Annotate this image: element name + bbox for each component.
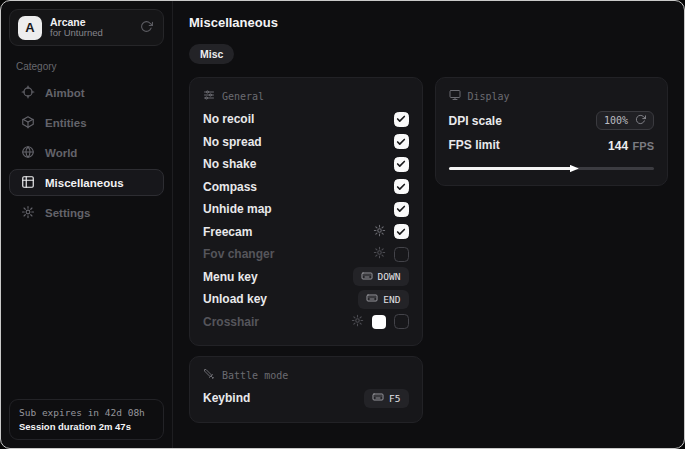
category-label: Category (16, 61, 157, 72)
setting-row-unload-key: Unload key END (203, 288, 409, 311)
panel-display-header: Display (449, 89, 655, 103)
setting-label: Keybind (203, 391, 250, 405)
fps-limit-value: 144 (608, 139, 628, 153)
gear-icon (351, 314, 364, 330)
no-spread-checkbox[interactable] (394, 134, 409, 149)
fps-limit-slider[interactable] (449, 164, 655, 173)
sidebar-item-entities[interactable]: Entities (9, 109, 164, 136)
setting-row-compass: Compass (203, 176, 409, 199)
sub-expiry-text: Sub expires in 42d 08h (19, 407, 154, 418)
keyboard-icon (372, 391, 384, 405)
setting-row-unhide-map: Unhide map (203, 198, 409, 221)
panel-general: General No recoil No spread No shake (189, 77, 423, 346)
monitor-icon (449, 89, 461, 103)
dpi-scale-control[interactable]: 100% (596, 111, 654, 130)
left-column: General No recoil No spread No shake (189, 77, 423, 423)
sidebar: A Arcane for Unturned Category Aimbot (1, 1, 173, 448)
setting-label: Fov changer (203, 247, 274, 261)
content-columns: General No recoil No spread No shake (189, 77, 668, 423)
unload-key-keybind-button[interactable]: END (358, 290, 408, 309)
setting-row-battle-keybind: Keybind F5 (203, 387, 409, 410)
crosshair-checkbox[interactable] (394, 314, 409, 329)
fps-limit-unit: FPS (633, 140, 654, 152)
panel-title: General (222, 91, 264, 102)
refresh-icon (140, 20, 153, 36)
page-title: Miscellaneous (189, 15, 668, 30)
freecam-config-button[interactable] (373, 224, 386, 240)
refresh-button[interactable] (138, 18, 155, 38)
setting-label: No recoil (203, 112, 254, 126)
app-card: A Arcane for Unturned (9, 9, 164, 46)
fov-changer-checkbox[interactable] (394, 247, 409, 262)
setting-row-crosshair: Crosshair (203, 311, 409, 334)
setting-row-fov-changer: Fov changer (203, 243, 409, 266)
panel-battle-mode-header: Battle mode (203, 368, 409, 382)
setting-label: No shake (203, 157, 256, 171)
setting-row-no-shake: No shake (203, 153, 409, 176)
session-duration-text: Session duration 2m 47s (19, 421, 154, 432)
keyboard-icon (361, 270, 373, 284)
setting-label: Unload key (203, 292, 267, 306)
no-recoil-checkbox[interactable] (394, 112, 409, 127)
menu-key-keybind-button[interactable]: DOWN (353, 267, 409, 286)
app-subtitle: for Unturned (50, 28, 130, 39)
main-content: Miscellaneous Misc General No recoil (173, 1, 684, 448)
keybind-value: END (383, 294, 400, 305)
app-window: A Arcane for Unturned Category Aimbot (0, 0, 685, 449)
reset-icon (635, 114, 646, 127)
sidebar-item-label: Settings (45, 207, 90, 219)
panel-title: Display (468, 91, 510, 102)
globe-icon (21, 145, 35, 161)
panel-title: Battle mode (222, 370, 288, 381)
setting-label: Compass (203, 180, 257, 194)
setting-row-menu-key: Menu key DOWN (203, 266, 409, 289)
sidebar-item-label: World (45, 147, 77, 159)
setting-label: Freecam (203, 225, 252, 239)
panel-display: Display DPI scale 100% FPS limit 144 (435, 77, 669, 186)
panel-general-header: General (203, 89, 409, 103)
freecam-checkbox[interactable] (394, 224, 409, 239)
cube-icon (21, 115, 35, 131)
sidebar-item-settings[interactable]: Settings (9, 199, 164, 226)
keybind-value: DOWN (378, 271, 401, 282)
slider-fill (449, 167, 572, 170)
setting-row-no-spread: No spread (203, 131, 409, 154)
dpi-scale-value: 100% (604, 115, 628, 126)
sidebar-item-label: Aimbot (45, 87, 85, 99)
sidebar-item-miscellaneous[interactable]: Miscellaneous (9, 169, 164, 196)
setting-row-fps-limit: FPS limit 144 FPS (449, 135, 655, 155)
setting-label: No spread (203, 135, 262, 149)
setting-label: Unhide map (203, 202, 272, 216)
tab-misc[interactable]: Misc (189, 44, 234, 64)
setting-label: Crosshair (203, 315, 259, 329)
sword-icon (203, 368, 215, 382)
setting-row-no-recoil: No recoil (203, 108, 409, 131)
sliders-icon (203, 89, 215, 103)
sidebar-item-world[interactable]: World (9, 139, 164, 166)
battle-mode-keybind-button[interactable]: F5 (364, 389, 408, 408)
app-titles: Arcane for Unturned (50, 16, 130, 39)
gear-icon (373, 246, 386, 262)
keyboard-icon (366, 292, 378, 306)
gear-icon (21, 205, 35, 221)
right-column: Display DPI scale 100% FPS limit 144 (435, 77, 669, 186)
no-shake-checkbox[interactable] (394, 157, 409, 172)
sidebar-item-aimbot[interactable]: Aimbot (9, 79, 164, 106)
crosshair-config-button[interactable] (351, 314, 364, 330)
sidebar-item-label: Entities (45, 117, 87, 129)
crosshair-color-swatch[interactable] (372, 315, 386, 329)
compass-checkbox[interactable] (394, 179, 409, 194)
app-avatar: A (18, 16, 42, 40)
subscription-status-card: Sub expires in 42d 08h Session duration … (9, 399, 164, 440)
tab-bar: Misc (189, 44, 668, 64)
keybind-value: F5 (389, 393, 400, 404)
sidebar-nav: Aimbot Entities World Miscellaneous (9, 79, 164, 226)
grid-icon (21, 175, 35, 191)
unhide-map-checkbox[interactable] (394, 202, 409, 217)
setting-label: FPS limit (449, 138, 500, 152)
gear-icon (373, 224, 386, 240)
slider-thumb[interactable] (570, 164, 579, 173)
setting-row-freecam: Freecam (203, 221, 409, 244)
fov-changer-config-button[interactable] (373, 246, 386, 262)
panel-battle-mode: Battle mode Keybind F5 (189, 356, 423, 423)
